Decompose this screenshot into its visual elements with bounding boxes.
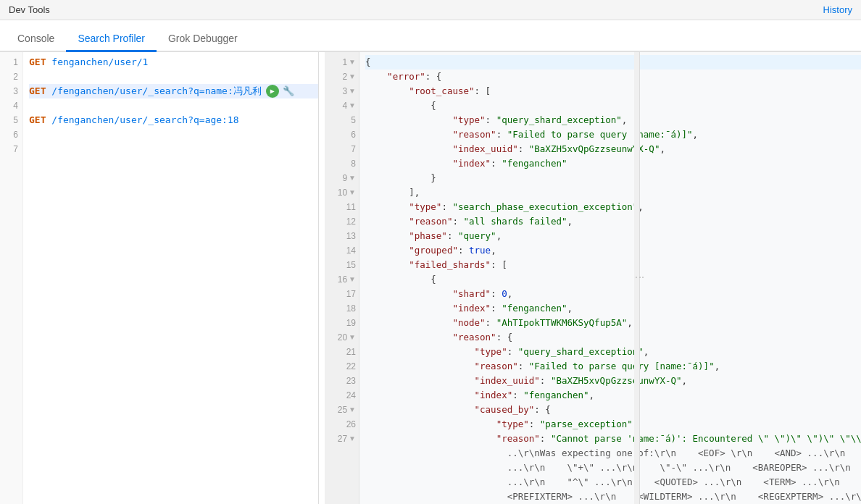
out-lnum-27e [325, 490, 359, 504]
method-get-2: GET [29, 84, 46, 98]
output-row-12: "reason": "all shards failed", [365, 214, 861, 229]
out-lnum-4: 4▼ [325, 98, 359, 113]
output-row-16: { [365, 272, 861, 287]
out-lnum-24: 24 [325, 388, 359, 403]
out-lnum-15: 15 [325, 258, 359, 272]
out-lnum-13: 13 [325, 229, 359, 243]
output-row-27c: ...\r\n \"+\" ...\r\n \"-\" ...\r\n <BAR… [365, 461, 861, 475]
out-lnum-14: 14 [325, 243, 359, 258]
main-content: 1 2 3 4 5 6 7 GET fenganchen/user/1 GET … [0, 52, 861, 504]
editor-panel: 1 2 3 4 5 6 7 GET fenganchen/user/1 GET … [0, 52, 319, 504]
out-lnum-1: 1▼ [325, 55, 359, 70]
out-lnum-22: 22 [325, 359, 359, 374]
out-lnum-25: 25▼ [325, 403, 359, 417]
wrench-button[interactable]: 🔧 [282, 85, 295, 98]
output-row-20: "reason": { [365, 330, 861, 345]
line-numbers: 1 2 3 4 5 6 7 [0, 52, 23, 504]
method-get: GET [29, 55, 46, 70]
tab-console[interactable]: Console [6, 27, 66, 52]
output-row-27e: <PREFIXTERM> ...\r\n <WILDTERM> ...\r\n … [365, 490, 861, 504]
output-panel: 1▼ 2▼ 3▼ 4▼ 5 6 7 8 9▼ 10▼ 11 12 13 14 1… [325, 52, 861, 504]
output-row-15: "failed_shards": [ [365, 258, 861, 272]
out-lnum-11: 11 [325, 200, 359, 214]
out-lnum-6: 6 [325, 127, 359, 142]
editor-line-7 [29, 142, 318, 156]
output-content[interactable]: { "error": { "root_cause": [ { "type": "… [359, 52, 861, 504]
out-lnum-12: 12 [325, 214, 359, 229]
line-num-4: 4 [0, 98, 22, 113]
out-lnum-2: 2▼ [325, 70, 359, 84]
output-row-7: "index_uuid": "BaXZH5xvQpGzzseunwYX-Q", [365, 142, 861, 156]
output-row-19: "node": "AhTIpokTTWKM6KSyQfup5A", [365, 316, 861, 330]
output-row-4: { [365, 98, 861, 113]
out-lnum-5: 5 [325, 113, 359, 127]
output-row-27b: ..\r\nWas expecting one of:\r\n <EOF> \r… [365, 446, 861, 461]
output-row-17: "shard": 0, [365, 287, 861, 301]
output-row-8: "index": "fenganchen" [365, 156, 861, 171]
editor-line-2 [29, 70, 318, 84]
tab-bar: Console Search Profiler Grok Debugger [0, 20, 861, 52]
path: fenganchen/user/1 [51, 55, 148, 70]
out-lnum-19: 19 [325, 316, 359, 330]
out-lnum-21: 21 [325, 345, 359, 359]
path-2: /fenganchen/user/_search?q=name:冯凡利 [51, 84, 261, 98]
output-row-27: "reason": "Cannot parse 'name:¯á)': Enco… [365, 432, 861, 446]
output-row-26: "type": "parse_exception", [365, 417, 861, 432]
output-row-1: { [365, 55, 861, 70]
editor-content[interactable]: GET fenganchen/user/1 GET /fenganchen/us… [23, 52, 318, 504]
editor-line-3: GET /fenganchen/user/_search?q=name:冯凡利 … [29, 84, 318, 98]
output-row-9: } [365, 171, 861, 185]
out-lnum-7: 7 [325, 142, 359, 156]
output-row-10: ], [365, 185, 861, 200]
output-row-25: "caused_by": { [365, 403, 861, 417]
line-num-3: 3 [0, 84, 22, 98]
output-row-6: "reason": "Failed to parse query [name:¯… [365, 127, 861, 142]
output-row-21: "type": "query_shard_exception", [365, 345, 861, 359]
app-title: Dev Tools [9, 4, 50, 15]
out-lnum-20: 20▼ [325, 330, 359, 345]
top-bar: Dev Tools History [0, 0, 861, 20]
output-row-18: "index": "fenganchen", [365, 301, 861, 316]
line-num-6: 6 [0, 127, 22, 142]
out-lnum-8: 8 [325, 156, 359, 171]
tab-search-profiler[interactable]: Search Profiler [66, 27, 157, 52]
out-lnum-27: 27▼ [325, 432, 359, 446]
out-lnum-9: 9▼ [325, 171, 359, 185]
output-row-11: "type": "search_phase_execution_exceptio… [365, 200, 861, 214]
output-row-23: "index_uuid": "BaXZH5xvQpGzzseunwYX-Q", [365, 374, 861, 388]
line-num-2: 2 [0, 70, 22, 84]
out-lnum-23: 23 [325, 374, 359, 388]
output-row-3: "root_cause": [ [365, 84, 861, 98]
play-button[interactable]: ▶ [266, 85, 279, 98]
line-num-7: 7 [0, 142, 22, 156]
method-get-3: GET [29, 113, 46, 127]
out-lnum-26: 26 [325, 417, 359, 432]
out-lnum-16: 16▼ [325, 272, 359, 287]
out-lnum-3: 3▼ [325, 84, 359, 98]
editor-line-6 [29, 127, 318, 142]
history-link[interactable]: History [823, 4, 852, 15]
output-row-13: "phase": "query", [365, 229, 861, 243]
resize-handle[interactable]: ⋮ [634, 52, 640, 504]
output-row-14: "grouped": true, [365, 243, 861, 258]
out-lnum-27b [325, 446, 359, 461]
editor-line-1: GET fenganchen/user/1 [29, 55, 318, 70]
line-num-1: 1 [0, 55, 22, 70]
output-row-24: "index": "fenganchen", [365, 388, 861, 403]
out-lnum-27d [325, 475, 359, 490]
out-lnum-17: 17 [325, 287, 359, 301]
output-row-27d: ...\r\n "^\" ...\r\n <QUOTED> ...\r\n <T… [365, 475, 861, 490]
line-num-5: 5 [0, 113, 22, 127]
path-3: /fenganchen/user/_search?q=age:18 [51, 113, 238, 127]
output-row-2: "error": { [365, 70, 861, 84]
tab-grok-debugger[interactable]: Grok Debugger [157, 27, 249, 52]
out-lnum-10: 10▼ [325, 185, 359, 200]
out-lnum-18: 18 [325, 301, 359, 316]
output-row-5: "type": "query_shard_exception", [365, 113, 861, 127]
editor-line-5: GET /fenganchen/user/_search?q=age:18 [29, 113, 318, 127]
out-lnum-27c [325, 461, 359, 475]
output-line-numbers: 1▼ 2▼ 3▼ 4▼ 5 6 7 8 9▼ 10▼ 11 12 13 14 1… [325, 52, 359, 504]
editor-line-4 [29, 98, 318, 113]
output-row-22: "reason": "Failed to parse query [name:¯… [365, 359, 861, 374]
